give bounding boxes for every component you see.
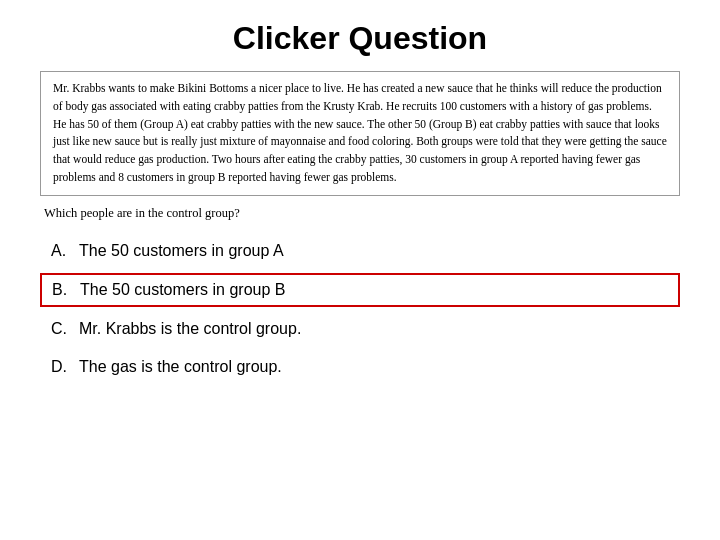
answer-options: A.The 50 customers in group AB.The 50 cu… — [40, 235, 680, 383]
passage-text: Mr. Krabbs wants to make Bikini Bottoms … — [53, 80, 667, 187]
answer-text-0: The 50 customers in group A — [79, 242, 284, 260]
answer-text-2: Mr. Krabbs is the control group. — [79, 320, 301, 338]
question-text: Which people are in the control group? — [40, 206, 680, 221]
answer-letter-1: B. — [52, 281, 80, 299]
answer-letter-2: C. — [51, 320, 79, 338]
page-title: Clicker Question — [40, 20, 680, 57]
answer-option-b[interactable]: B.The 50 customers in group B — [40, 273, 680, 307]
answer-letter-0: A. — [51, 242, 79, 260]
answer-option-a[interactable]: A.The 50 customers in group A — [40, 235, 680, 267]
page-container: Clicker Question Mr. Krabbs wants to mak… — [0, 0, 720, 540]
passage-box: Mr. Krabbs wants to make Bikini Bottoms … — [40, 71, 680, 196]
answer-text-3: The gas is the control group. — [79, 358, 282, 376]
answer-text-1: The 50 customers in group B — [80, 281, 285, 299]
answer-option-d[interactable]: D.The gas is the control group. — [40, 351, 680, 383]
answer-letter-3: D. — [51, 358, 79, 376]
answer-option-c[interactable]: C.Mr. Krabbs is the control group. — [40, 313, 680, 345]
